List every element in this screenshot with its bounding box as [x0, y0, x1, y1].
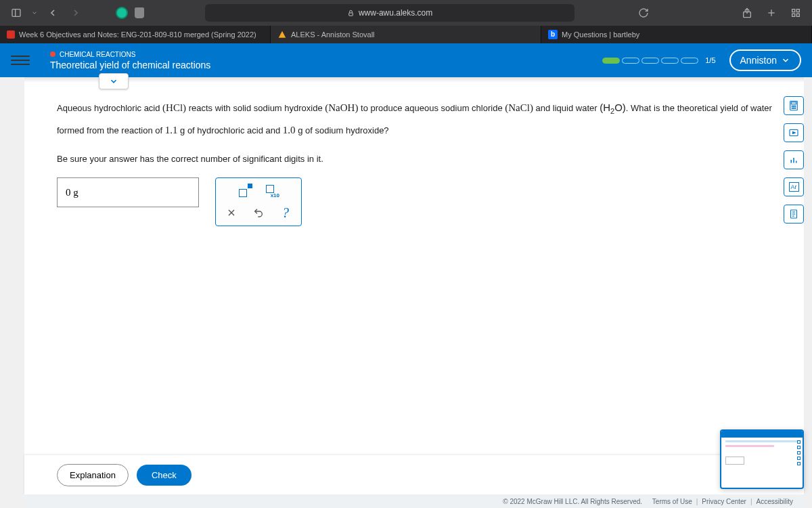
instruction-text: Be sure your answer has the correct numb…: [57, 154, 777, 164]
answer-input[interactable]: [57, 177, 199, 207]
video-tool[interactable]: [784, 123, 804, 142]
browser-toolbar: www-awu.aleks.com: [0, 0, 812, 26]
copyright-text: © 2022 McGraw Hill LLC. All Rights Reser…: [503, 498, 642, 505]
content-area: Aqueous hydrochloric acid (HCl) reacts w…: [24, 77, 804, 508]
tab-label: Week 6 Objectives and Notes: ENG-201-809…: [19, 30, 256, 39]
category-label: CHEMICAL REACTIONS: [50, 51, 210, 58]
svg-point-15: [792, 106, 792, 106]
superscript-button[interactable]: [238, 184, 252, 198]
explanation-button[interactable]: Explanation: [57, 464, 129, 486]
calculator-tool[interactable]: [784, 96, 804, 115]
svg-marker-22: [793, 132, 796, 134]
progress-segment: [661, 58, 679, 64]
favicon-notes: [7, 30, 15, 39]
record-dot-icon: [50, 51, 55, 57]
tab-label: My Questions | bartleby: [562, 30, 639, 39]
address-bar[interactable]: www-awu.aleks.com: [205, 4, 574, 22]
undo-button[interactable]: [251, 205, 266, 220]
tab-aleks[interactable]: ALEKS - Anniston Stovall: [271, 26, 541, 43]
svg-rect-2: [349, 13, 353, 16]
subscript-x10-button[interactable]: x10: [265, 184, 279, 198]
svg-rect-10: [796, 14, 799, 16]
svg-point-16: [793, 106, 794, 106]
accessibility-link[interactable]: Accessibility: [757, 498, 793, 505]
reload-button[interactable]: [635, 5, 652, 21]
page-title: Theoretical yield of chemical reactions: [50, 60, 210, 70]
back-button[interactable]: [45, 5, 61, 21]
svg-point-17: [795, 106, 796, 106]
chevron-down-icon: [781, 56, 790, 65]
username: Anniston: [740, 55, 777, 66]
chevron-down-icon[interactable]: [31, 5, 38, 21]
forward-button[interactable]: [68, 5, 84, 21]
new-tab-icon[interactable]: [763, 5, 780, 21]
tab-strip: Week 6 Objectives and Notes: ENG-201-809…: [0, 26, 812, 43]
math-toolbar: x10 ?: [215, 177, 302, 226]
progress-count: 1/5: [705, 56, 715, 64]
svg-point-20: [795, 108, 796, 108]
action-bar: Explanation Check: [24, 455, 804, 494]
aleks-header: CHEMICAL REACTIONS Theoretical yield of …: [0, 43, 812, 77]
url-text: www-awu.aleks.com: [359, 8, 432, 18]
tab-label: ALEKS - Anniston Stovall: [291, 30, 375, 39]
question-text: Aqueous hydrochloric acid (HCl) reacts w…: [57, 96, 777, 142]
privacy-link[interactable]: Privacy Center: [702, 498, 746, 505]
lock-icon: [347, 9, 355, 17]
grammarly-icon[interactable]: [116, 7, 128, 19]
tab-overview-icon[interactable]: [788, 5, 804, 21]
svg-rect-14: [791, 102, 796, 104]
favicon-aleks: [277, 30, 287, 39]
category-text: CHEMICAL REACTIONS: [60, 51, 135, 58]
progress-segment: [641, 58, 659, 64]
svg-rect-0: [12, 9, 20, 17]
periodic-table-tool[interactable]: Ar: [784, 177, 804, 196]
favicon-bartleby: b: [548, 30, 558, 39]
help-button[interactable]: ?: [278, 205, 293, 220]
chevron-down-icon: [109, 77, 118, 86]
progress-segment: [622, 58, 639, 64]
footer: © 2022 McGraw Hill LLC. All Rights Reser…: [24, 494, 804, 508]
tab-bartleby[interactable]: b My Questions | bartleby: [541, 26, 812, 43]
svg-point-19: [793, 108, 794, 108]
data-tool[interactable]: [784, 150, 804, 169]
tab-objectives[interactable]: Week 6 Objectives and Notes: ENG-201-809…: [0, 26, 271, 43]
side-toolbar: Ar: [784, 96, 804, 224]
svg-rect-9: [792, 14, 795, 16]
shield-icon[interactable]: [135, 7, 144, 18]
svg-rect-8: [796, 9, 799, 12]
user-menu[interactable]: Anniston: [729, 49, 801, 71]
reference-tool[interactable]: [784, 205, 804, 224]
page-preview[interactable]: [720, 429, 804, 489]
terms-link[interactable]: Terms of Use: [652, 498, 692, 505]
svg-rect-7: [792, 9, 795, 12]
progress-segment: [681, 58, 698, 64]
clear-button[interactable]: [224, 205, 239, 220]
svg-point-18: [792, 108, 792, 108]
progress-segment-done: [602, 58, 620, 64]
share-icon[interactable]: [739, 5, 755, 21]
menu-button[interactable]: [11, 51, 30, 70]
collapse-handle[interactable]: [99, 73, 129, 89]
progress-indicator: 1/5: [602, 56, 715, 64]
check-button[interactable]: Check: [137, 465, 191, 486]
sidebar-toggle-icon[interactable]: [8, 5, 24, 21]
